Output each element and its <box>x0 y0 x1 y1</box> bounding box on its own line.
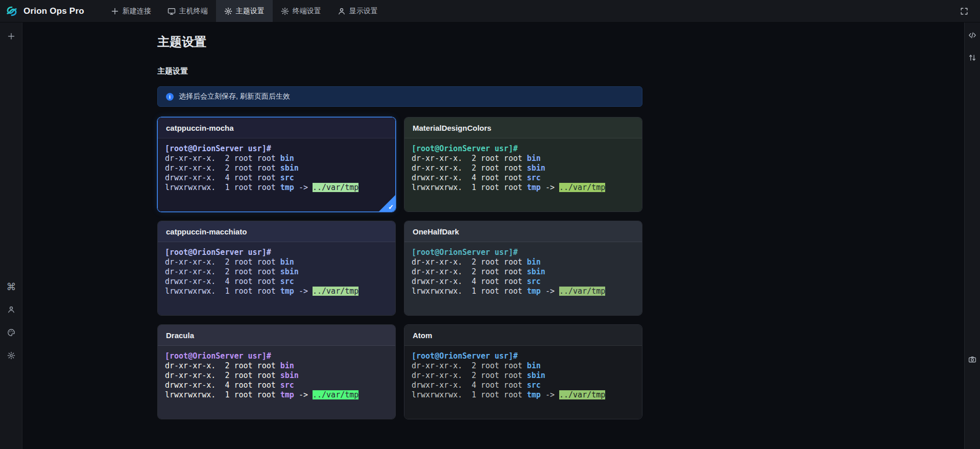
command-icon[interactable]: ⌘ <box>3 278 20 295</box>
left-rail-bottom: ⌘ <box>3 278 20 364</box>
terminal-preview: [root@OrionServer usr]# dr-xr-xr-x. 2 ro… <box>404 138 642 212</box>
theme-card-title: MaterialDesignColors <box>404 117 642 138</box>
left-rail: ⌘ <box>0 22 22 449</box>
theme-card-title: OneHalfDark <box>404 221 642 242</box>
terminal-preview: [root@OrionServer usr]# dr-xr-xr-x. 2 ro… <box>158 242 395 316</box>
nav-label: 新建连接 <box>123 7 151 16</box>
user-icon <box>338 7 346 15</box>
theme-card-catppuccin-macchiato[interactable]: catppuccin-macchiato[root@OrionServer us… <box>157 221 396 316</box>
terminal-preview: [root@OrionServer usr]# dr-xr-xr-x. 2 ro… <box>404 242 642 316</box>
nav-label: 主机终端 <box>179 7 208 16</box>
code-icon[interactable] <box>965 28 979 43</box>
nav-item-terminal-settings[interactable]: 终端设置 <box>273 0 329 22</box>
theme-card-Atom[interactable]: Atom[root@OrionServer usr]# dr-xr-xr-x. … <box>404 324 642 419</box>
page-title: 主题设置 <box>157 34 642 50</box>
sort-icon[interactable] <box>965 50 979 65</box>
selected-check-icon <box>379 195 395 211</box>
nav-item-new-connection[interactable]: 新建连接 <box>103 0 159 22</box>
camera-icon[interactable] <box>965 352 979 367</box>
nav-item-host-terminal[interactable]: 主机终端 <box>159 0 216 22</box>
terminal-preview: [root@OrionServer usr]# dr-xr-xr-x. 2 ro… <box>158 346 395 419</box>
topbar-right <box>957 4 980 19</box>
right-rail-bottom <box>965 352 979 367</box>
app-title: Orion Ops Pro <box>23 6 84 16</box>
right-rail-top <box>965 28 979 65</box>
monitor-icon <box>168 7 176 15</box>
palette-icon[interactable] <box>3 324 20 341</box>
theme-card-Dracula[interactable]: Dracula[root@OrionServer usr]# dr-xr-xr-… <box>157 324 396 419</box>
nav-label: 终端设置 <box>293 7 321 16</box>
alert-text: 选择后会立刻保存, 刷新页面后生效 <box>179 92 290 101</box>
nav-label: 主题设置 <box>236 7 265 16</box>
nav-item-theme-settings[interactable]: 主题设置 <box>216 0 273 22</box>
content: 主题设置 主题设置 选择后会立刻保存, 刷新页面后生效 catppuccin-m… <box>22 22 642 419</box>
info-alert: 选择后会立刻保存, 刷新页面后生效 <box>157 86 642 107</box>
fullscreen-icon[interactable] <box>957 4 972 19</box>
theme-card-catppuccin-mocha[interactable]: catppuccin-mocha[root@OrionServer usr]# … <box>157 117 396 212</box>
main-area: 主题设置 主题设置 选择后会立刻保存, 刷新页面后生效 catppuccin-m… <box>22 22 964 449</box>
theme-card-MaterialDesignColors[interactable]: MaterialDesignColors[root@OrionServer us… <box>404 117 642 212</box>
right-rail <box>964 22 980 449</box>
nav-label: 显示设置 <box>349 7 378 16</box>
section-title: 主题设置 <box>157 66 642 76</box>
gear-icon <box>281 7 289 15</box>
plus-icon <box>111 7 119 15</box>
theme-card-title: catppuccin-macchiato <box>158 221 395 242</box>
brand: Orion Ops Pro <box>0 5 95 18</box>
theme-card-title: Dracula <box>158 325 395 346</box>
terminal-preview: [root@OrionServer usr]# dr-xr-xr-x. 2 ro… <box>158 138 395 212</box>
gear-icon[interactable] <box>3 347 20 364</box>
theme-grid: catppuccin-mocha[root@OrionServer usr]# … <box>157 117 642 419</box>
main-nav: 新建连接主机终端主题设置终端设置显示设置 <box>103 0 386 22</box>
gear-icon <box>224 7 232 15</box>
theme-card-title: Atom <box>404 325 642 346</box>
plus-icon[interactable] <box>3 28 20 45</box>
theme-card-OneHalfDark[interactable]: OneHalfDark[root@OrionServer usr]# dr-xr… <box>404 221 642 316</box>
topbar: Orion Ops Pro 新建连接主机终端主题设置终端设置显示设置 <box>0 0 980 22</box>
app-logo-icon <box>5 5 18 18</box>
terminal-preview: [root@OrionServer usr]# dr-xr-xr-x. 2 ro… <box>404 346 642 419</box>
info-icon <box>166 93 174 101</box>
left-rail-top <box>3 28 20 45</box>
theme-card-title: catppuccin-mocha <box>158 117 395 138</box>
nav-item-display-settings[interactable]: 显示设置 <box>329 0 386 22</box>
user-icon[interactable] <box>3 301 20 318</box>
